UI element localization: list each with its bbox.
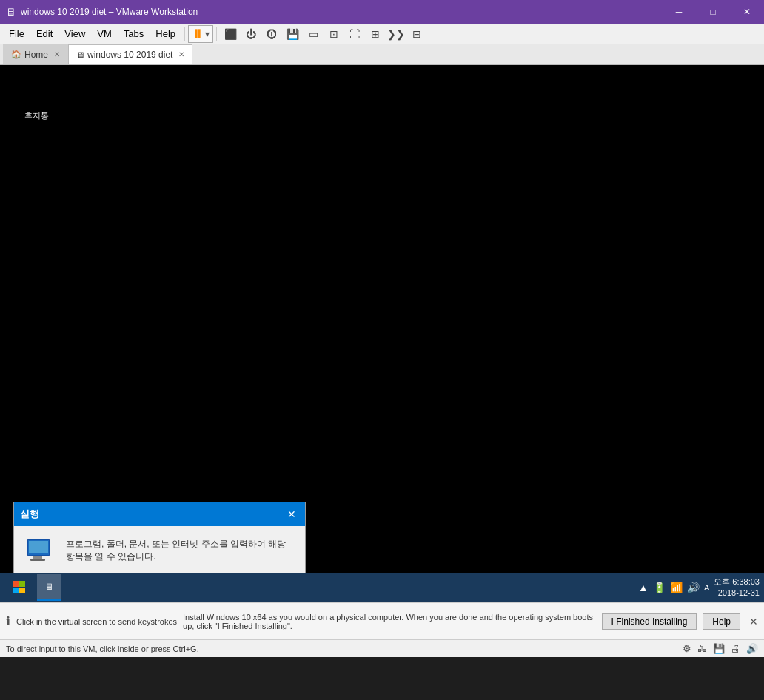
dialog-close-button[interactable]: ✕ [284, 507, 299, 522]
close-hint-icon[interactable]: ✕ [749, 616, 758, 627]
taskbar-left: 🖥 [4, 573, 61, 602]
recycle-bin-icon: 🗑 [24, 80, 48, 107]
tab-home-label: Home [24, 50, 48, 60]
svg-rect-4 [13, 581, 19, 587]
system-clock[interactable]: 오후 6:38:03 2018-12-31 [714, 576, 760, 599]
start-button[interactable] [4, 573, 34, 602]
svg-rect-6 [13, 588, 19, 593]
run-dialog-icon [26, 538, 56, 571]
svg-rect-2 [33, 556, 42, 559]
hint-instruction: Install Windows 10 x64 as you would on a… [183, 613, 596, 630]
tab-vm-close[interactable]: ✕ [178, 50, 184, 58]
svg-rect-3 [30, 559, 45, 561]
toolbar-btn-6[interactable]: ⊡ [324, 26, 344, 42]
dialog-title-text: 실행 [20, 508, 39, 521]
vmware-status-bar: To direct input to this VM, click inside… [0, 639, 764, 657]
separator2 [216, 27, 217, 41]
app-icon: 🖥 [6, 6, 16, 18]
status-icon-1[interactable]: ⚙ [683, 643, 691, 654]
finished-installing-button[interactable]: I Finished Installing [602, 613, 697, 630]
pause-button[interactable]: ⏸ ▾ [188, 25, 213, 43]
menu-file[interactable]: File [3, 25, 30, 42]
tab-vm-label: windows 10 2019 diet [87, 50, 172, 60]
taskbar-task-icon: 🖥 [44, 582, 53, 592]
volume-icon[interactable]: 🔊 [687, 582, 700, 593]
windows-taskbar: 🖥 ▲ 🔋 📶 🔊 A 오후 6:38:03 2018-12-31 [0, 573, 764, 602]
hint-left: Click in the virtual screen to send keys… [16, 617, 177, 626]
dialog-description: 프로그램, 폴더, 문서, 또는 인터넷 주소를 입력하여 해당 항목을 열 수… [66, 538, 293, 563]
restore-button[interactable]: □ [696, 0, 730, 24]
svg-rect-7 [19, 588, 25, 593]
tab-home[interactable]: 🏠 Home ✕ [3, 44, 68, 64]
status-icon-5[interactable]: 🔊 [746, 643, 758, 654]
toolbar-btn-3[interactable]: ⏼ [261, 26, 282, 42]
taskbar-task-vm[interactable]: 🖥 [37, 574, 61, 601]
help-button[interactable]: Help [703, 613, 740, 630]
status-icon-4[interactable]: 🖨 [731, 643, 740, 654]
dialog-titlebar: 실행 ✕ [14, 502, 305, 526]
status-text: To direct input to this VM, click inside… [6, 645, 199, 653]
trash-icon-desktop[interactable]: 🗑 휴지통 [10, 80, 62, 121]
ime-indicator[interactable]: A [704, 583, 709, 592]
title-bar: 🖥 windows 10 2019 diet – VMware Workstat… [0, 0, 764, 24]
battery-icon[interactable]: 🔋 [653, 582, 666, 593]
toolbar-btn-8[interactable]: ⊞ [365, 26, 386, 42]
menu-view[interactable]: View [58, 25, 91, 42]
home-icon: 🏠 [11, 50, 21, 59]
toolbar-btn-1[interactable]: ⬛ [220, 26, 241, 42]
svg-rect-5 [19, 581, 25, 587]
status-icon-2[interactable]: 🖧 [697, 643, 707, 654]
close-button[interactable]: ✕ [730, 0, 764, 24]
vmware-hint-bar: ℹ Click in the virtual screen to send ke… [0, 602, 764, 639]
status-icons: ⚙ 🖧 💾 🖨 🔊 [683, 643, 758, 654]
status-icon-3[interactable]: 💾 [713, 643, 725, 654]
toolbar-btn-2[interactable]: ⏻ [241, 26, 261, 42]
menu-bar: File Edit View VM Tabs Help ⏸ ▾ ⬛ ⏻ ⏼ 💾 … [0, 24, 764, 44]
separator [184, 27, 185, 41]
clock-time: 오후 6:38:03 [714, 576, 760, 588]
vm-display[interactable]: 🗑 휴지통 실행 ✕ 프로그램, 폴더, 문서, 또는 인터넷 주소를 입력하여 [0, 65, 764, 602]
app-title: windows 10 2019 diet – VMware Workstatio… [21, 7, 198, 17]
menu-vm[interactable]: VM [91, 25, 118, 42]
toolbar-btn-7[interactable]: ⛶ [344, 26, 365, 42]
trash-label: 휴지통 [24, 110, 49, 121]
vm-icon: 🖥 [76, 50, 84, 59]
hint-icon: ℹ [6, 614, 10, 628]
tabs-bar: 🏠 Home ✕ 🖥 windows 10 2019 diet ✕ [0, 44, 764, 65]
toolbar-btn-10[interactable]: ⊟ [406, 26, 427, 42]
menu-edit[interactable]: Edit [30, 25, 58, 42]
tab-vm[interactable]: 🖥 windows 10 2019 diet ✕ [68, 44, 192, 64]
svg-rect-1 [29, 541, 48, 553]
taskbar-right: ▲ 🔋 📶 🔊 A 오후 6:38:03 2018-12-31 [638, 576, 760, 599]
toolbar-btn-9[interactable]: ❯❯ [386, 26, 406, 42]
menu-tabs[interactable]: Tabs [118, 25, 150, 42]
network-icon[interactable]: 📶 [670, 582, 683, 593]
toolbar-btn-5[interactable]: ▭ [303, 26, 324, 42]
toolbar-btn-4[interactable]: 💾 [282, 26, 303, 42]
clock-date: 2018-12-31 [714, 588, 760, 599]
menu-help[interactable]: Help [150, 25, 181, 42]
dialog-header: 프로그램, 폴더, 문서, 또는 인터넷 주소를 입력하여 해당 항목을 열 수… [26, 538, 293, 571]
minimize-button[interactable]: ─ [662, 0, 696, 24]
tray-expand-icon[interactable]: ▲ [638, 582, 649, 593]
tab-home-close[interactable]: ✕ [54, 50, 60, 58]
hint-click-text: Click in the virtual screen to send keys… [16, 617, 177, 626]
